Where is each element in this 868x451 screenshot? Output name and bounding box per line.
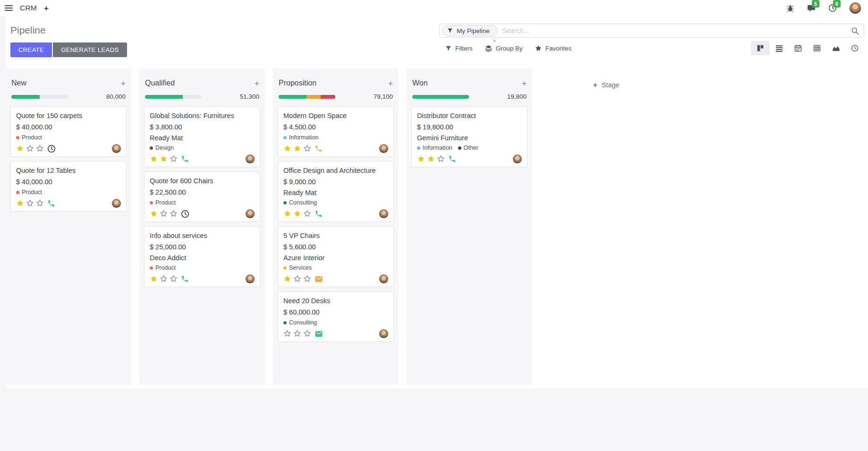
star-empty-icon[interactable] <box>26 199 34 207</box>
quick-add-icon[interactable]: + <box>121 79 126 87</box>
salesperson-avatar[interactable] <box>246 209 255 218</box>
card-tags: Design <box>150 145 255 151</box>
star-empty-icon[interactable] <box>170 155 178 163</box>
star-filled-icon[interactable] <box>16 145 24 153</box>
kanban-card[interactable]: Distributor Contract $ 19,800.00Gemini F… <box>411 106 528 167</box>
card-tag: Information <box>417 145 452 151</box>
star-filled-icon[interactable] <box>417 155 425 163</box>
star-filled-icon[interactable] <box>293 145 301 153</box>
apps-menu-icon[interactable] <box>5 5 13 11</box>
star-empty-icon[interactable] <box>36 145 44 153</box>
clock-icon[interactable] <box>181 210 189 218</box>
kanban-card[interactable]: Quote for 150 carpets $ 40,000.00Product <box>10 106 127 157</box>
view-switch-graph-icon[interactable] <box>826 41 845 55</box>
salesperson-avatar[interactable] <box>112 199 121 208</box>
add-tab-icon[interactable]: + <box>44 4 49 12</box>
tag-dot <box>150 201 153 204</box>
column-progressbar[interactable] <box>412 95 469 99</box>
messages-icon[interactable]: 5 <box>807 3 816 13</box>
star-empty-icon[interactable] <box>26 145 34 153</box>
app-name[interactable]: CRM <box>20 4 37 12</box>
quick-add-icon[interactable]: + <box>522 79 527 87</box>
star-filled-icon[interactable] <box>16 199 24 207</box>
view-switch-kanban-icon[interactable] <box>751 41 770 55</box>
phone-icon[interactable] <box>181 155 189 163</box>
star-empty-icon[interactable] <box>437 155 445 163</box>
star-filled-icon[interactable] <box>160 155 168 163</box>
view-switch-calendar-icon[interactable] <box>789 41 808 55</box>
quick-add-icon[interactable]: + <box>388 79 393 87</box>
phone-icon[interactable] <box>181 275 189 283</box>
create-button[interactable]: CREATE <box>10 43 52 57</box>
phone-icon[interactable] <box>315 145 323 153</box>
view-switch-pivot-icon[interactable] <box>808 41 826 55</box>
kanban-card[interactable]: Office Design and Architecture $ 9,000.0… <box>278 161 394 222</box>
kanban-card[interactable]: Quote for 12 Tables $ 40,000.00Product <box>10 161 127 212</box>
star-empty-icon[interactable] <box>293 275 301 283</box>
column-counter: 80,000 <box>106 93 126 100</box>
add-stage-button[interactable]: + Stage <box>593 81 620 89</box>
salesperson-avatar[interactable] <box>379 144 388 153</box>
salesperson-avatar[interactable] <box>379 274 388 283</box>
search-icon[interactable] <box>851 27 859 35</box>
star-empty-icon[interactable] <box>170 210 178 218</box>
mail-icon[interactable] <box>315 275 323 283</box>
phone-icon[interactable] <box>315 210 323 218</box>
star-filled-icon[interactable] <box>283 275 291 283</box>
activities-icon[interactable]: 6 <box>828 3 837 13</box>
search-facet[interactable]: My Pipeline <box>442 25 498 36</box>
kanban-board: New + 80,000 Quote for 150 carpets $ 40,… <box>6 68 868 389</box>
control-panel: Pipeline CREATE GENERATE LEADS My Pipeli… <box>6 16 868 68</box>
view-switch-activity-icon[interactable] <box>845 41 864 55</box>
mail-icon[interactable] <box>315 330 323 338</box>
card-title: Distributor Contract <box>417 112 522 119</box>
star-empty-icon[interactable] <box>160 275 168 283</box>
star-filled-icon[interactable] <box>283 145 291 153</box>
card-title: Global Solutions: Furnitures <box>150 112 255 119</box>
salesperson-avatar[interactable] <box>112 144 121 153</box>
salesperson-avatar[interactable] <box>246 154 255 163</box>
salesperson-avatar[interactable] <box>379 209 388 218</box>
user-avatar[interactable] <box>849 2 861 14</box>
star-filled-icon[interactable] <box>283 210 291 218</box>
kanban-card[interactable]: Global Solutions: Furnitures $ 3,800.00R… <box>144 106 260 167</box>
kanban-card[interactable]: Info about services $ 25,000.00Deco Addi… <box>144 226 260 287</box>
star-filled-icon[interactable] <box>150 275 158 283</box>
generate-leads-button[interactable]: GENERATE LEADS <box>53 43 127 57</box>
phone-icon[interactable] <box>448 155 456 163</box>
column-progressbar[interactable] <box>279 95 335 99</box>
salesperson-avatar[interactable] <box>513 154 522 163</box>
kanban-card[interactable]: Need 20 Desks $ 60,000.00Consulting <box>278 291 394 342</box>
kanban-card[interactable]: 5 VP Chairs $ 5,600.00Azure InteriorServ… <box>278 226 394 287</box>
star-empty-icon[interactable] <box>303 330 311 338</box>
search-bar[interactable]: My Pipeline <box>439 24 864 38</box>
star-filled-icon[interactable] <box>427 155 435 163</box>
filters-menu[interactable]: Filters <box>439 42 479 55</box>
salesperson-avatar[interactable] <box>246 274 255 283</box>
kanban-card[interactable]: Modern Open Space $ 4,500.00Information <box>278 106 394 157</box>
favorites-menu[interactable]: Favorites <box>529 42 578 55</box>
star-empty-icon[interactable] <box>36 199 44 207</box>
star-filled-icon[interactable] <box>150 210 158 218</box>
clock-icon[interactable] <box>47 145 56 153</box>
star-empty-icon[interactable] <box>170 275 178 283</box>
facet-remove-icon[interactable]: × <box>493 37 496 44</box>
star-empty-icon[interactable] <box>293 330 301 338</box>
star-empty-icon[interactable] <box>283 330 291 338</box>
view-switch-list-icon[interactable] <box>770 41 789 55</box>
star-empty-icon[interactable] <box>160 210 168 218</box>
star-filled-icon[interactable] <box>150 155 158 163</box>
star-empty-icon[interactable] <box>303 145 311 153</box>
star-filled-icon[interactable] <box>293 210 301 218</box>
quick-add-icon[interactable]: + <box>255 79 259 87</box>
search-input[interactable] <box>502 27 851 34</box>
column-progressbar[interactable] <box>145 95 202 99</box>
salesperson-avatar[interactable] <box>379 329 388 338</box>
star-empty-icon[interactable] <box>303 210 311 218</box>
group-by-menu[interactable]: Group By <box>479 42 529 55</box>
phone-icon[interactable] <box>47 199 55 207</box>
star-empty-icon[interactable] <box>303 275 311 283</box>
column-progressbar[interactable] <box>11 95 68 99</box>
kanban-card[interactable]: Quote for 600 Chairs $ 22,500.00Product <box>144 171 260 222</box>
bug-icon[interactable] <box>785 3 795 13</box>
